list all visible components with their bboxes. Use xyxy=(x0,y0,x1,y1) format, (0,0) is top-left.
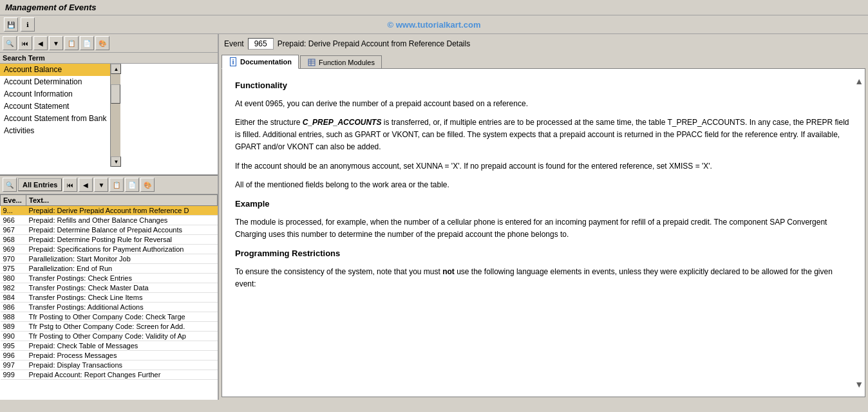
search-list-item[interactable]: Account Balance xyxy=(0,64,110,76)
event-text-cell: Prepaid: Specifications for Payment Auth… xyxy=(26,245,218,254)
event-text-cell: Transfer Postings: Check Master Data xyxy=(26,283,218,293)
main-toolbar: 💾 ℹ © www.tutorialkart.com xyxy=(0,15,868,34)
para2: Either the structure C_PREP_ACCOUNTS is … xyxy=(235,117,852,154)
event-tbody: 9...Prepaid: Derive Prepaid Account from… xyxy=(1,206,218,380)
event-text-cell: Parallelization: Start Monitor Job xyxy=(26,254,218,264)
event-header: Event 965 Prepaid: Derive Prepaid Accoun… xyxy=(222,37,865,51)
event-text-cell: Prepaid: Process Messages xyxy=(26,351,218,360)
table-row[interactable]: 969Prepaid: Specifications for Payment A… xyxy=(1,245,218,254)
table-icon xyxy=(307,58,316,67)
search-list-item[interactable]: Account Determination xyxy=(0,76,110,88)
search-toolbar: 🔍 ⏮ ◀ ▼ 📋 📄 🎨 xyxy=(0,34,218,53)
table-row[interactable]: 999Prepaid Account: Report Changes Furth… xyxy=(1,370,218,380)
all-entries-button[interactable]: All Entries xyxy=(18,178,62,191)
event-text-cell: Prepaid Account: Report Changes Further xyxy=(26,370,218,380)
left-panel: 🔍 ⏮ ◀ ▼ 📋 📄 🎨 Search Term Account Balanc… xyxy=(0,34,219,400)
para4: All of the mentioned fields belong to th… xyxy=(235,179,852,191)
section1-title: Functionality xyxy=(235,79,852,93)
svg-rect-0 xyxy=(308,59,315,66)
properties-button[interactable]: ℹ xyxy=(21,17,35,32)
event-text-cell: Tfr Pstg to Other Company Code: Screen f… xyxy=(26,322,218,332)
table-row[interactable]: 997Prepaid: Display Transactions xyxy=(1,360,218,370)
para6-bold: not xyxy=(442,267,455,276)
event-text-cell: Prepaid: Determine Balance of Prepaid Ac… xyxy=(26,225,218,235)
prev-btn[interactable]: ◀ xyxy=(33,36,48,50)
table-row[interactable]: 996Prepaid: Process Messages xyxy=(1,351,218,360)
paste-btn[interactable]: 📄 xyxy=(80,36,94,50)
table-row[interactable]: 980Transfer Postings: Check Entries xyxy=(1,274,218,283)
col-event: Eve... xyxy=(1,195,26,206)
event-id-cell: 999 xyxy=(1,370,26,380)
table-row[interactable]: 988Tfr Posting to Other Company Code: Ch… xyxy=(1,312,218,322)
scroll-thumb[interactable] xyxy=(111,84,120,104)
evt-paste-btn[interactable]: 📄 xyxy=(125,178,139,192)
search-list-item[interactable]: Activities xyxy=(0,125,110,137)
table-row[interactable]: 970Parallelization: Start Monitor Job xyxy=(1,254,218,264)
evt-prev-btn[interactable]: ◀ xyxy=(79,178,93,192)
search-list-item[interactable]: Account Information xyxy=(0,88,110,100)
scroll-down-indicator[interactable]: ▼ xyxy=(854,377,863,391)
table-row[interactable]: 990Tfr Posting to Other Company Code: Va… xyxy=(1,332,218,341)
evt-first-btn[interactable]: ⏮ xyxy=(63,178,77,192)
title-bar: Management of Events xyxy=(0,0,868,15)
search-btn[interactable]: 🔍 xyxy=(3,36,17,50)
event-id-cell: 995 xyxy=(1,341,26,351)
table-row[interactable]: 995Prepaid: Check Table of Messages xyxy=(1,341,218,351)
table-row[interactable]: 966Prepaid: Refills and Other Balance Ch… xyxy=(1,216,218,225)
main-area: 🔍 ⏮ ◀ ▼ 📋 📄 🎨 Search Term Account Balanc… xyxy=(0,34,868,400)
table-row[interactable]: 989Tfr Pstg to Other Company Code: Scree… xyxy=(1,322,218,332)
content-area: ▲ Functionality At event 0965, you can d… xyxy=(222,68,865,397)
table-row[interactable]: 982Transfer Postings: Check Master Data xyxy=(1,283,218,293)
col-text: Text... xyxy=(26,195,218,206)
event-text-cell: Tfr Posting to Other Company Code: Check… xyxy=(26,312,218,322)
scroll-up-indicator[interactable]: ▲ xyxy=(854,74,863,88)
event-toolbar: 🔍 All Entries ⏮ ◀ ▼ 📋 📄 🎨 xyxy=(0,176,218,194)
palette-btn[interactable]: 🎨 xyxy=(95,36,109,50)
info-icon: i xyxy=(229,57,238,66)
tab-function-modules[interactable]: Function Modules xyxy=(300,55,382,69)
event-search-btn[interactable]: 🔍 xyxy=(3,178,17,192)
copy-btn[interactable]: 📋 xyxy=(64,36,79,50)
event-label: Event xyxy=(224,39,244,48)
para6: To ensure the consistency of the system,… xyxy=(235,266,852,290)
save-button[interactable]: 💾 xyxy=(4,17,18,32)
search-list-item[interactable]: Account Statement from Bank xyxy=(0,113,110,125)
table-row[interactable]: 968Prepaid: Determine Posting Rule for R… xyxy=(1,235,218,245)
event-text-cell: Prepaid: Derive Prepaid Account from Ref… xyxy=(26,206,218,216)
evt-palette-btn[interactable]: 🎨 xyxy=(140,178,155,192)
event-text-cell: Transfer Postings: Check Entries xyxy=(26,274,218,283)
event-id-cell: 982 xyxy=(1,283,26,293)
filter-btn[interactable]: ▼ xyxy=(49,36,63,50)
table-row[interactable]: 986Transfer Postings: Additional Actions xyxy=(1,303,218,312)
event-text-cell: Parallelization: End of Run xyxy=(26,264,218,274)
event-text-cell: Tfr Posting to Other Company Code: Valid… xyxy=(26,332,218,341)
evt-filter-btn[interactable]: ▼ xyxy=(94,178,108,192)
para5: The module is processed, for example, wh… xyxy=(235,216,852,241)
search-list-item[interactable]: Account Statement xyxy=(0,100,110,113)
search-list: Account BalanceAccount DeterminationAcco… xyxy=(0,64,110,167)
para2-prefix: Either the structure xyxy=(235,118,303,127)
scroll-down-btn[interactable]: ▼ xyxy=(111,156,121,167)
event-id-cell: 969 xyxy=(1,245,26,254)
first-btn[interactable]: ⏮ xyxy=(18,36,32,50)
event-table: Eve... Text... 9...Prepaid: Derive Prepa… xyxy=(0,194,218,380)
event-id-cell: 984 xyxy=(1,293,26,303)
right-panel: Event 965 Prepaid: Derive Prepaid Accoun… xyxy=(219,34,868,400)
event-id-cell: 988 xyxy=(1,312,26,322)
tab-documentation[interactable]: i Documentation xyxy=(222,55,299,69)
scroll-up-btn[interactable]: ▲ xyxy=(111,64,121,74)
section2-title: Example xyxy=(235,198,852,211)
table-row[interactable]: 984Transfer Postings: Check Line Items xyxy=(1,293,218,303)
event-text-cell: Prepaid: Display Transactions xyxy=(26,360,218,370)
table-row[interactable]: 967Prepaid: Determine Balance of Prepaid… xyxy=(1,225,218,235)
para3: If the account should be an anonymous ac… xyxy=(235,160,852,173)
table-row[interactable]: 975Parallelization: End of Run xyxy=(1,264,218,274)
event-id-cell: 967 xyxy=(1,225,26,235)
evt-copy-btn[interactable]: 📋 xyxy=(109,178,124,192)
search-scrollbar[interactable]: ▲ ▼ xyxy=(110,64,120,167)
event-title: Prepaid: Derive Prepaid Account from Ref… xyxy=(278,39,470,48)
table-row[interactable]: 9...Prepaid: Derive Prepaid Account from… xyxy=(1,206,218,216)
section3-title: Programming Restrictions xyxy=(235,247,852,261)
event-id-cell: 9... xyxy=(1,206,26,216)
para2-code: C_PREP_ACCOUNTS xyxy=(303,118,382,127)
